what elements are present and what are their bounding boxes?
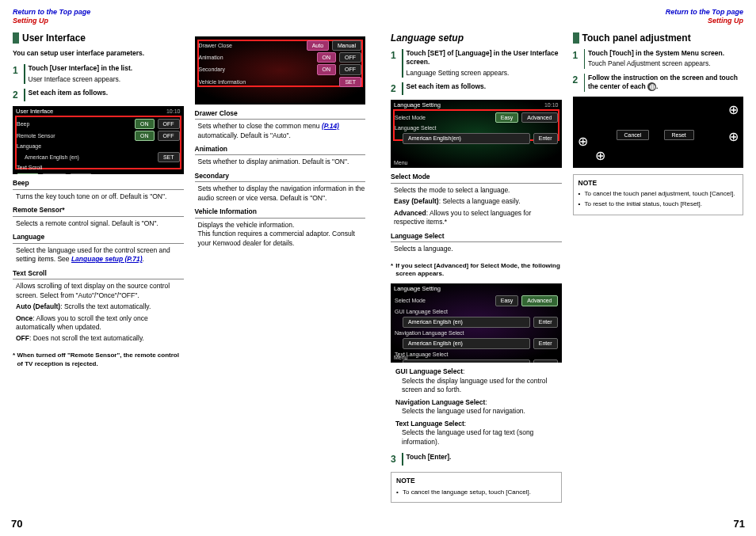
touch-step-1-desc: Touch Panel Adjustment screen appears. — [588, 59, 743, 68]
remote-sensor-note: *When turned off "Remote Sensor", the re… — [13, 352, 184, 369]
top-page-link-r[interactable]: Return to the Top page — [666, 8, 743, 16]
param-animation: Animation — [195, 145, 366, 155]
lang-step-1-title: Touch [SET] of [Language] in the User In… — [407, 49, 562, 67]
touch-step-2-title: Follow the instruction on the screen and… — [588, 74, 743, 92]
language-setup-link[interactable]: Language setup (P.71) — [71, 255, 143, 263]
touch-step-2-num: 2 — [573, 74, 584, 92]
lang-step-2-num: 2 — [391, 82, 402, 95]
param-vehicle-info: Vehicle Information — [195, 207, 366, 218]
subsection-language-setup: Language setup — [391, 32, 562, 44]
screenshot-language-advanced: Language Setting Select ModeEasyAdvanced… — [391, 283, 562, 363]
lang-step-1-desc: Language Setting screen appears. — [407, 69, 562, 78]
param-drawer: Drawer Close — [195, 109, 366, 120]
section-touch-panel: Touch panel adjustment — [573, 32, 744, 44]
header-links-right: Return to the Top page Setting Up — [391, 8, 743, 25]
crosshair-icon-inline: ⊕ — [647, 82, 656, 91]
param-language: Language — [13, 233, 184, 243]
param-secondary: Secondary — [195, 172, 366, 182]
crosshair-icon: ⊕ — [595, 147, 605, 165]
reset-button-ss: Reset — [664, 130, 694, 140]
cancel-button-ss: Cancel — [617, 130, 650, 140]
crosshair-icon: ⊕ — [728, 101, 739, 119]
step-2-num: 2 — [13, 89, 24, 101]
lang-step-3-num: 3 — [391, 453, 402, 466]
setting-up-link-r[interactable]: Setting Up — [708, 17, 743, 25]
screenshot-ui-2: Drawer CloseAutoManual AnimationONOFF Se… — [195, 36, 366, 105]
touch-step-1-title: Touch [Touch] in the System Menu screen. — [588, 49, 743, 58]
page-number-right: 71 — [734, 518, 745, 530]
param-language-select: Language Select — [391, 232, 562, 242]
touch-step-1-num: 1 — [573, 49, 584, 69]
step-1-desc: User Interface screen appears. — [29, 75, 184, 84]
top-page-link[interactable]: Return to the Top page — [13, 8, 90, 16]
screenshot-touch-panel: ⊕ ⊕ ⊕ ⊕ Cancel Reset — [573, 97, 744, 168]
step-1-num: 1 — [13, 64, 24, 84]
lang-step-3-title: Touch [Enter]. — [407, 453, 562, 462]
setting-up-link[interactable]: Setting Up — [13, 17, 48, 25]
param-select-mode: Select Mode — [391, 173, 562, 183]
page-number-left: 70 — [11, 518, 22, 530]
advanced-note: *If you select [Advanced] for Select Mod… — [391, 262, 562, 279]
screenshot-language-setting: Language Setting 10:10 Select ModeEasyAd… — [391, 100, 562, 168]
screenshot-user-interface: User Interface 10:10 BeepONOFF Remote Se… — [13, 106, 184, 174]
param-beep: Beep — [13, 179, 184, 189]
lang-step-2-title: Set each item as follows. — [407, 82, 562, 91]
intro-text: You can setup user interface parameters. — [13, 49, 184, 58]
note-language-cancel: NOTE •To cancel the language setup, touc… — [391, 472, 562, 503]
param-text-scroll: Text Scroll — [13, 269, 184, 279]
lang-step-1-num: 1 — [391, 49, 402, 78]
p14-link[interactable]: (P.14) — [322, 122, 339, 130]
param-remote: Remote Sensor* — [13, 206, 184, 216]
note-touch-panel: NOTE •To cancel the touch panel adjustme… — [573, 174, 744, 215]
step-2-title: Set each item as follows. — [29, 89, 184, 97]
section-user-interface: User Interface — [13, 32, 184, 44]
step-1-title: Touch [User Interface] in the list. — [29, 64, 184, 73]
crosshair-icon: ⊕ — [728, 128, 739, 146]
header-links-left: Return to the Top page Setting Up — [13, 8, 365, 25]
crosshair-icon: ⊕ — [578, 133, 588, 150]
